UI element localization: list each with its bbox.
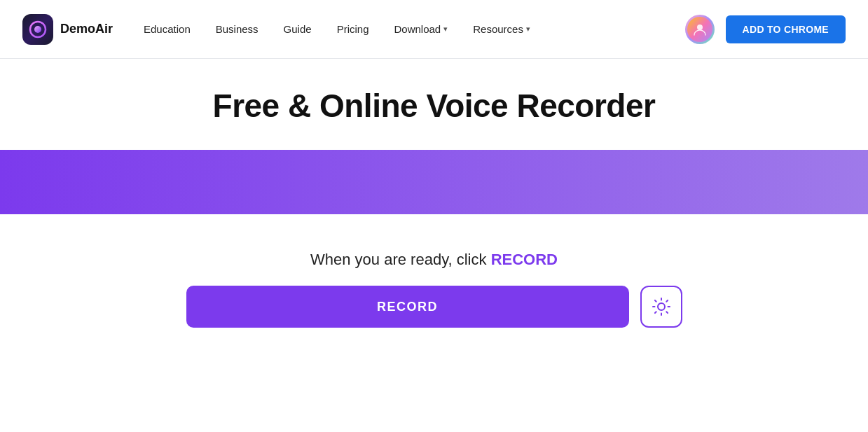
navbar: DemoAir Education Business Guide Pricing… <box>0 0 868 59</box>
ready-text-highlight: RECORD <box>491 251 558 268</box>
nav-business[interactable]: Business <box>205 18 270 41</box>
settings-button[interactable] <box>640 286 682 328</box>
logo-icon <box>22 14 53 45</box>
avatar-inner <box>687 17 712 42</box>
ready-text: When you are ready, click RECORD <box>310 251 558 269</box>
nav-right: ADD TO CHROME <box>685 15 846 44</box>
nav-pricing[interactable]: Pricing <box>326 18 380 41</box>
nav-download[interactable]: Download ▾ <box>383 18 460 41</box>
resources-chevron-icon: ▾ <box>526 25 530 34</box>
nav-guide[interactable]: Guide <box>273 18 323 41</box>
svg-point-1 <box>34 26 41 33</box>
user-avatar[interactable] <box>685 15 715 44</box>
download-chevron-icon: ▾ <box>443 25 448 34</box>
logo-text: DemoAir <box>60 22 113 36</box>
record-section: When you are ready, click RECORD RECORD <box>0 251 868 328</box>
nav-education[interactable]: Education <box>132 18 202 41</box>
purple-banner <box>0 150 868 214</box>
page-title: Free & Online Voice Recorder <box>213 87 656 125</box>
record-button[interactable]: RECORD <box>186 286 629 328</box>
record-row: RECORD <box>186 286 682 328</box>
nav-resources[interactable]: Resources ▾ <box>462 18 542 41</box>
logo[interactable]: DemoAir <box>22 14 113 45</box>
gear-icon <box>652 297 671 316</box>
main-content: Free & Online Voice Recorder When you ar… <box>0 59 868 328</box>
nav-links: Education Business Guide Pricing Downloa… <box>132 18 685 41</box>
svg-point-2 <box>697 25 703 30</box>
add-to-chrome-button[interactable]: ADD TO CHROME <box>726 15 846 43</box>
